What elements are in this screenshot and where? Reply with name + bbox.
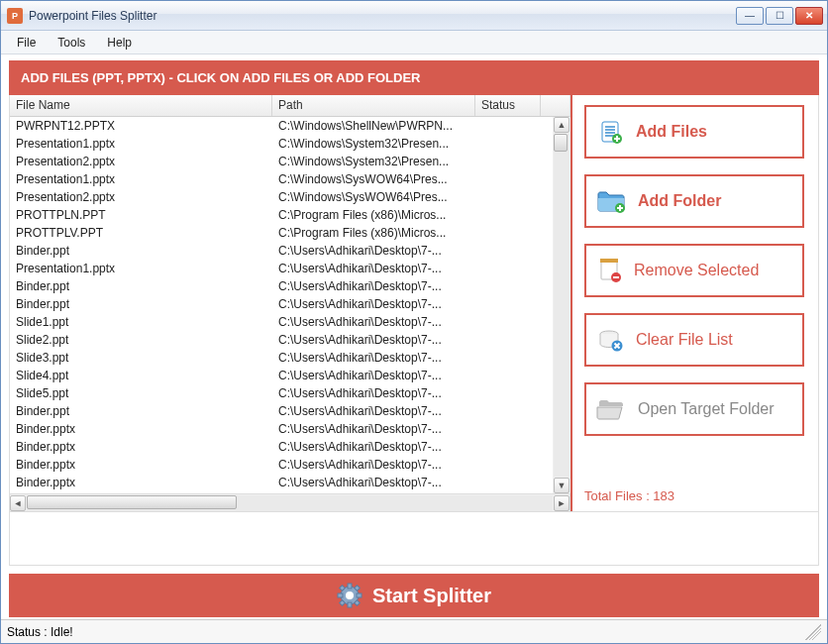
cell-file-name: Binder.ppt xyxy=(10,278,272,294)
cell-file-name: Presentation2.pptx xyxy=(10,189,272,205)
cell-file-name: Binder.ppt xyxy=(10,403,272,419)
cell-status xyxy=(475,321,541,323)
cell-file-name: Binder.ppt xyxy=(10,296,272,312)
table-row[interactable]: Binder.pptC:\Users\Adhikari\Desktop\7-..… xyxy=(10,295,569,313)
status-text: Status : Idle! xyxy=(7,625,73,639)
svg-rect-10 xyxy=(348,602,352,607)
horizontal-scrollbar[interactable]: ◄ ► xyxy=(10,493,570,511)
table-row[interactable]: Presentation1.pptxC:\Windows\SysWOW64\Pr… xyxy=(10,170,569,188)
open-target-folder-button[interactable]: Open Target Folder xyxy=(584,382,804,436)
section-header: ADD FILES (PPT, PPTX) - CLICK ON ADD FIL… xyxy=(9,60,819,95)
table-row[interactable]: Slide1.pptC:\Users\Adhikari\Desktop\7-..… xyxy=(10,313,569,331)
cell-file-name: Binder.pptx xyxy=(10,492,272,493)
scroll-down-icon[interactable]: ▼ xyxy=(554,478,569,493)
menu-tools[interactable]: Tools xyxy=(48,33,95,53)
scroll-left-icon[interactable]: ◄ xyxy=(10,495,26,511)
cell-path: C:\Users\Adhikari\Desktop\7-... xyxy=(272,350,475,366)
table-row[interactable]: PROTTPLN.PPTC:\Program Files (x86)\Micro… xyxy=(10,206,569,224)
table-row[interactable]: Binder.pptC:\Users\Adhikari\Desktop\7-..… xyxy=(10,402,569,420)
titlebar: Powerpoint Files Splitter — ☐ ✕ xyxy=(1,1,827,31)
clear-file-list-label: Clear File List xyxy=(636,331,733,349)
table-row[interactable]: Presentation2.pptxC:\Windows\System32\Pr… xyxy=(10,153,569,170)
cell-file-name: Binder.pptx xyxy=(10,421,272,437)
scroll-right-icon[interactable]: ► xyxy=(554,495,569,511)
col-path[interactable]: Path xyxy=(272,95,475,116)
cell-status xyxy=(475,375,541,376)
svg-rect-12 xyxy=(357,593,362,597)
cell-path: C:\Windows\System32\Presen... xyxy=(272,154,475,169)
cell-file-name: Presentation1.pptx xyxy=(10,261,272,276)
app-icon xyxy=(7,8,23,24)
vertical-scrollbar[interactable]: ▲ ▼ xyxy=(553,117,570,493)
cell-file-name: PWRPNT12.PPTX xyxy=(10,118,272,134)
cell-status xyxy=(475,214,541,216)
cell-file-name: PROTTPLN.PPT xyxy=(10,207,272,223)
clear-file-list-button[interactable]: Clear File List xyxy=(584,313,804,367)
side-panel: Add Files Add Folder Remove Selected Cle… xyxy=(570,95,816,511)
cell-file-name: Presentation1.pptx xyxy=(10,136,272,152)
table-row[interactable]: Binder.pptC:\Users\Adhikari\Desktop\7-..… xyxy=(10,242,569,260)
resize-grip-icon[interactable] xyxy=(805,624,821,640)
cell-status xyxy=(475,232,541,234)
table-row[interactable]: Presentation1.pptxC:\Users\Adhikari\Desk… xyxy=(10,260,569,277)
open-target-folder-label: Open Target Folder xyxy=(638,400,775,418)
table-header-row: File Name Path Status xyxy=(10,95,570,117)
cell-file-name: Slide3.ppt xyxy=(10,350,272,366)
table-row[interactable]: PROTTPLV.PPTC:\Program Files (x86)\Micro… xyxy=(10,224,569,242)
table-row[interactable]: Presentation2.pptxC:\Windows\SysWOW64\Pr… xyxy=(10,188,569,206)
table-row[interactable]: Slide5.pptC:\Users\Adhikari\Desktop\7-..… xyxy=(10,384,569,402)
start-splitter-label: Start Splitter xyxy=(372,585,491,607)
cell-status xyxy=(475,410,541,412)
table-row[interactable]: Binder.pptxC:\Users\Adhikari\Desktop\7-.… xyxy=(10,456,569,474)
table-row[interactable]: Slide3.pptC:\Users\Adhikari\Desktop\7-..… xyxy=(10,349,569,367)
cell-status xyxy=(475,482,541,483)
scroll-up-icon[interactable]: ▲ xyxy=(554,117,569,133)
cell-status xyxy=(475,357,541,359)
add-files-button[interactable]: Add Files xyxy=(584,105,804,159)
cell-file-name: Binder.ppt xyxy=(10,243,272,259)
table-row[interactable]: Slide4.pptC:\Users\Adhikari\Desktop\7-..… xyxy=(10,367,569,384)
cell-path: C:\Users\Adhikari\Desktop\7-... xyxy=(272,403,475,419)
cell-status xyxy=(475,446,541,448)
lower-panel xyxy=(9,512,819,566)
table-row[interactable]: Binder.pptxC:\Users\Adhikari\Desktop\7-.… xyxy=(10,420,569,438)
minimize-button[interactable]: — xyxy=(736,7,764,25)
cell-path: C:\Users\Adhikari\Desktop\7-... xyxy=(272,368,475,383)
cell-file-name: Presentation1.pptx xyxy=(10,171,272,187)
table-row[interactable]: Binder.pptxC:\Users\Adhikari\Desktop\7-.… xyxy=(10,438,569,456)
menu-file[interactable]: File xyxy=(7,33,46,53)
cell-path: C:\Users\Adhikari\Desktop\7-... xyxy=(272,475,475,490)
cell-file-name: Slide5.ppt xyxy=(10,385,272,401)
col-file-name[interactable]: File Name xyxy=(10,95,272,116)
open-folder-icon xyxy=(596,397,626,421)
scroll-thumb-horizontal[interactable] xyxy=(27,495,237,509)
cell-file-name: Slide4.ppt xyxy=(10,368,272,383)
svg-rect-4 xyxy=(600,259,618,263)
table-row[interactable]: Binder.pptC:\Users\Adhikari\Desktop\7-..… xyxy=(10,277,569,295)
table-row[interactable]: PWRPNT12.PPTXC:\Windows\ShellNew\PWRPN..… xyxy=(10,117,569,135)
add-folder-button[interactable]: Add Folder xyxy=(584,174,804,228)
cell-path: C:\Windows\SysWOW64\Pres... xyxy=(272,189,475,205)
svg-point-17 xyxy=(346,591,354,599)
table-row[interactable]: Slide2.pptC:\Users\Adhikari\Desktop\7-..… xyxy=(10,331,569,349)
cell-status xyxy=(475,125,541,127)
cell-path: C:\Windows\System32\Presen... xyxy=(272,136,475,152)
menu-help[interactable]: Help xyxy=(97,33,142,53)
close-button[interactable]: ✕ xyxy=(795,7,823,25)
cell-status xyxy=(475,196,541,198)
remove-selected-button[interactable]: Remove Selected xyxy=(584,244,804,297)
cell-path: C:\Program Files (x86)\Micros... xyxy=(272,225,475,241)
cell-file-name: Binder.pptx xyxy=(10,457,272,473)
total-files-label: Total Files : 183 xyxy=(584,484,804,503)
start-splitter-button[interactable]: Start Splitter xyxy=(9,574,819,617)
cell-path: C:\Users\Adhikari\Desktop\7-... xyxy=(272,492,475,493)
maximize-button[interactable]: ☐ xyxy=(766,7,793,25)
col-status[interactable]: Status xyxy=(475,95,541,116)
table-row[interactable]: Binder.pptxC:\Users\Adhikari\Desktop\7-.… xyxy=(10,474,569,491)
table-row[interactable]: Presentation1.pptxC:\Windows\System32\Pr… xyxy=(10,135,569,153)
folder-add-icon xyxy=(596,188,626,214)
scroll-thumb-vertical[interactable] xyxy=(554,134,568,152)
cell-path: C:\Users\Adhikari\Desktop\7-... xyxy=(272,385,475,401)
cell-file-name: Slide2.ppt xyxy=(10,332,272,348)
clear-list-icon xyxy=(596,327,624,353)
